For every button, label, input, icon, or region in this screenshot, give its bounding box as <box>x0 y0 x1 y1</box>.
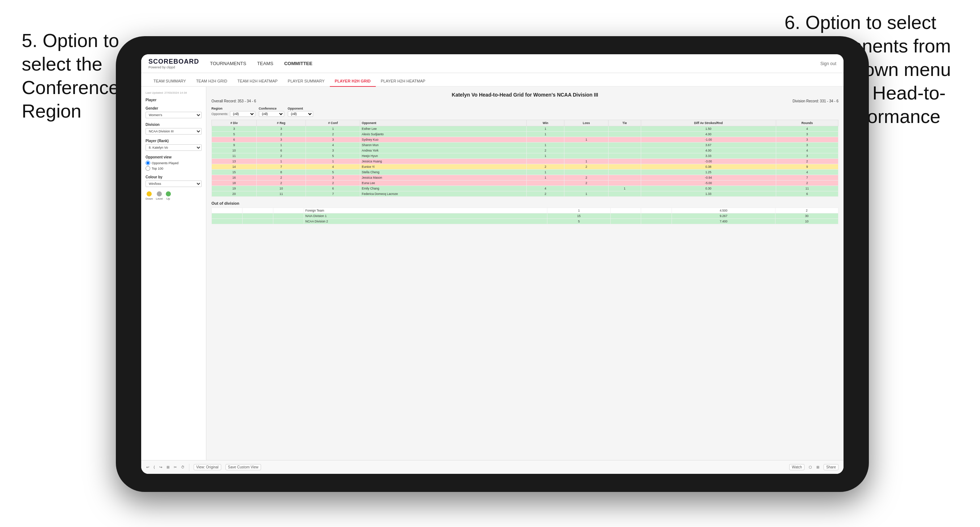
td-diff: 0.30 <box>641 186 776 191</box>
td-div: 15 <box>212 170 257 175</box>
td-div: 6 <box>212 137 257 143</box>
tablet-screen: SCOREBOARD Powered by clippd TOURNAMENTS… <box>141 54 843 474</box>
toolbar-scissors[interactable]: ✂ <box>174 465 177 469</box>
sub-nav-player-summary[interactable]: PLAYER SUMMARY <box>283 76 330 87</box>
top-nav: SCOREBOARD Powered by clippd TOURNAMENTS… <box>141 54 843 73</box>
division-select[interactable]: NCAA Division III <box>146 128 202 135</box>
player-rank-select[interactable]: 8. Katelyn Vo <box>146 144 202 151</box>
toolbar-icon-1[interactable]: ⬡ <box>809 465 812 469</box>
toolbar-undo[interactable]: ↩ <box>146 465 149 469</box>
td-opponent: Sydney Kuo <box>360 137 527 143</box>
overall-record: Overall Record: 353 - 34 - 6 <box>212 99 256 103</box>
colour-by-select[interactable]: Win/loss <box>146 181 202 187</box>
radio-opponents-played[interactable]: Opponents Played <box>146 160 202 165</box>
th-conf: # Conf <box>306 120 360 126</box>
watch-label: Watch <box>792 465 802 469</box>
td-reg: 7 <box>257 164 306 170</box>
td-div <box>212 208 243 213</box>
table-row: 10 6 3 Andrea York 2 4.00 4 <box>212 148 838 153</box>
region-filter-label: Region <box>212 107 255 110</box>
td-tie <box>609 170 641 175</box>
sidebar-opponent-view-section: Opponent view Opponents Played Top 100 <box>146 155 202 171</box>
td-tie: 1 <box>609 186 641 191</box>
td-conf: 3 <box>306 137 360 143</box>
sidebar-colour-label: Colour by <box>146 175 202 179</box>
sidebar-colour-section: Colour by Win/loss <box>146 175 202 187</box>
region-select[interactable]: (All) <box>230 111 255 117</box>
sub-nav-team-h2h-heatmap[interactable]: TEAM H2H HEATMAP <box>232 76 283 87</box>
sidebar: Last Updated: 27/03/2024 14:34 Player Ge… <box>141 87 206 460</box>
td-loss: 1 <box>565 159 609 164</box>
conference-select[interactable]: (All) <box>259 111 284 117</box>
opponent-view-radio-group: Opponents Played Top 100 <box>146 160 202 171</box>
td-tie <box>609 153 641 159</box>
td-reg: 3 <box>257 137 306 143</box>
td-conf: 1 <box>306 159 360 164</box>
sub-nav-player-h2h-heatmap[interactable]: PLAYER H2H HEATMAP <box>376 76 430 87</box>
td-rounds: 3 <box>776 137 838 143</box>
nav-teams[interactable]: TEAMS <box>257 59 273 68</box>
td-conf: 1 <box>306 126 360 132</box>
conference-filter-sub: (All) <box>259 111 284 117</box>
nav-tournaments[interactable]: TOURNAMENTS <box>210 59 246 68</box>
td-loss <box>610 219 641 224</box>
sidebar-player-label: Player <box>146 98 202 102</box>
toolbar-step-back[interactable]: ⟨ <box>153 465 155 469</box>
td-div: 9 <box>212 143 257 148</box>
th-rounds: Rounds <box>776 120 838 126</box>
nav-committee[interactable]: COMMITTEE <box>284 59 312 68</box>
sub-nav: TEAM SUMMARY TEAM H2H GRID TEAM H2H HEAT… <box>141 73 843 87</box>
gender-select[interactable]: Women's <box>146 112 202 118</box>
share-button[interactable]: Share <box>824 464 838 470</box>
sidebar-division-label: Division <box>146 122 202 127</box>
radio-top-100[interactable]: Top 100 <box>146 166 202 171</box>
share-label: Share <box>826 465 836 469</box>
opponent-select[interactable]: (All) <box>288 111 313 117</box>
td-div <box>212 219 243 224</box>
table-row: 3 3 1 Esther Lee 1 1.50 4 <box>212 126 838 132</box>
td-loss: 1 <box>565 191 609 197</box>
td-div: 13 <box>212 159 257 164</box>
td-reg: 11 <box>257 191 306 197</box>
th-reg: # Reg <box>257 120 306 126</box>
td-tie <box>609 148 641 153</box>
toolbar-redo[interactable]: ↪ <box>159 465 162 469</box>
sub-nav-player-h2h-grid[interactable]: PLAYER H2H GRID <box>330 76 376 87</box>
sidebar-division-section: Division NCAA Division III <box>146 122 202 135</box>
td-diff: 1.25 <box>641 170 776 175</box>
table-row: 9 1 4 Sharon Mun 1 3.67 3 <box>212 143 838 148</box>
td-reg: 10 <box>257 186 306 191</box>
td-rounds: 4 <box>776 126 838 132</box>
sub-nav-team-h2h-grid[interactable]: TEAM H2H GRID <box>191 76 232 87</box>
td-diff: -3.00 <box>641 159 776 164</box>
td-win: 15 <box>547 213 610 219</box>
sub-nav-team-summary[interactable]: TEAM SUMMARY <box>148 76 191 87</box>
td-div: 3 <box>212 126 257 132</box>
td-opponent: Federica Domecq Lacroze <box>360 191 527 197</box>
td-diff: -0.94 <box>641 175 776 181</box>
toolbar-clock[interactable]: ⏱ <box>181 465 185 469</box>
td-tie <box>609 159 641 164</box>
td-loss <box>565 132 609 137</box>
opponent-filter-sub: (All) <box>288 111 313 117</box>
td-reg: 1 <box>257 143 306 148</box>
td-loss: 2 <box>565 175 609 181</box>
view-original-button[interactable]: View: Original <box>194 464 221 470</box>
watch-button[interactable]: Watch <box>789 464 804 470</box>
td-rounds: 3 <box>776 143 838 148</box>
table-row: 5 2 2 Alexis Sudjianto 1 4.00 3 <box>212 132 838 137</box>
td-loss <box>565 186 609 191</box>
sidebar-player-section: Player <box>146 98 202 102</box>
table-row: 16 2 3 Jessica Mason 1 2 -0.94 7 <box>212 175 838 181</box>
td-opponent: Eunice Yi <box>360 164 527 170</box>
region-filter-sub: Opponents: (All) <box>212 111 255 117</box>
td-win: 1 <box>527 170 565 175</box>
division-record: Division Record: 331 - 34 - 6 <box>792 99 838 103</box>
save-custom-button[interactable]: Save Custom View <box>226 464 261 470</box>
sidebar-player-rank-section: Player (Rank) 8. Katelyn Vo <box>146 139 202 151</box>
td-div: 16 <box>212 175 257 181</box>
td-tie <box>609 164 641 170</box>
sign-out-link[interactable]: Sign out <box>820 61 836 66</box>
toolbar-icon-2[interactable]: ⊞ <box>816 465 819 469</box>
toolbar-copy[interactable]: ⊞ <box>167 465 169 469</box>
